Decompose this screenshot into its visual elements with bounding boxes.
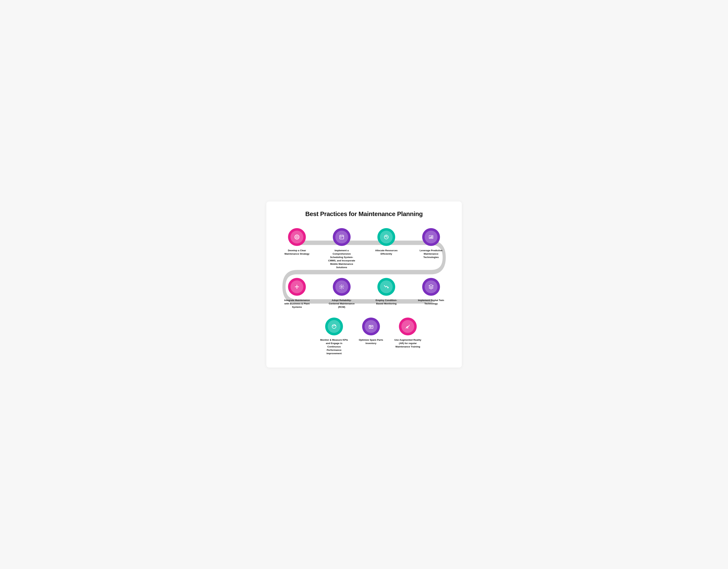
item-item-1: Develop a Clear Maintenance Strategy <box>277 228 317 255</box>
svg-point-1 <box>296 236 298 238</box>
circle-item-1 <box>288 228 306 246</box>
svg-rect-11 <box>431 236 431 238</box>
item-item-3: Allocate Resources Efficiently <box>366 228 406 255</box>
label-item-4: Leverage Predictive Maintenance Technolo… <box>417 249 445 259</box>
svg-point-25 <box>370 326 370 326</box>
circle-inner-item-1 <box>291 230 303 243</box>
svg-point-22 <box>341 286 342 288</box>
label-item-10: Optimize Spare Parts Inventory <box>357 338 385 345</box>
row-2: Integrate Maintenance with Business & Pl… <box>277 278 451 309</box>
circle-item-3 <box>377 228 395 246</box>
circle-inner-item-7 <box>380 280 393 293</box>
label-item-8: Implement Digital Twin Technology <box>417 299 445 305</box>
circle-item-4 <box>422 228 440 246</box>
svg-rect-12 <box>432 236 432 238</box>
label-item-6: Adopt Reliability-Centered Maintenance (… <box>327 299 356 309</box>
circle-item-7 <box>377 278 395 296</box>
item-item-11: Use Augmented Reality (AR) for regular M… <box>391 318 425 348</box>
svg-point-23 <box>332 325 336 329</box>
circle-item-9 <box>325 318 343 335</box>
svg-rect-3 <box>340 235 344 239</box>
svg-point-14 <box>295 286 296 287</box>
svg-rect-7 <box>340 237 341 238</box>
circle-item-8 <box>422 278 440 296</box>
item-item-4: Leverage Predictive Maintenance Technolo… <box>411 228 451 259</box>
item-item-8: Implement Digital Twin Technology <box>411 278 451 305</box>
circle-inner-item-4 <box>425 230 437 243</box>
circle-inner-item-5 <box>291 280 303 293</box>
label-item-5: Integrate Maintenance with Business & Pl… <box>283 299 311 309</box>
circle-item-5 <box>288 278 306 296</box>
svg-point-15 <box>298 286 299 287</box>
circle-inner-item-2 <box>335 230 348 243</box>
label-item-1: Develop a Clear Maintenance Strategy <box>283 249 311 255</box>
circle-item-6 <box>333 278 351 296</box>
circle-inner-item-8 <box>425 280 437 293</box>
svg-point-28 <box>407 328 408 329</box>
svg-point-16 <box>297 285 297 286</box>
label-item-2: Implement a Comprehensive Scheduling Sys… <box>327 249 356 269</box>
label-item-9: Monitor & Measure KPIs and Engage in Con… <box>320 338 348 355</box>
circle-inner-item-6 <box>335 280 348 293</box>
svg-rect-10 <box>430 237 430 238</box>
circle-item-10 <box>362 318 380 335</box>
page-title: Best Practices for Maintenance Planning <box>277 210 451 217</box>
item-item-9: Monitor & Measure KPIs and Engage in Con… <box>317 318 351 355</box>
circle-inner-item-3 <box>380 230 393 243</box>
label-item-11: Use Augmented Reality (AR) for regular M… <box>394 338 422 348</box>
circle-item-2 <box>333 228 351 246</box>
circle-inner-item-9 <box>328 320 340 333</box>
label-item-3: Allocate Resources Efficiently <box>372 249 401 255</box>
item-item-5: Integrate Maintenance with Business & Pl… <box>277 278 317 309</box>
svg-rect-27 <box>370 327 371 328</box>
label-item-7: Employ Condition-Based Monitoring <box>372 299 401 305</box>
svg-point-17 <box>297 288 297 289</box>
item-item-6: Adopt Reliability-Centered Maintenance (… <box>322 278 362 309</box>
circle-item-11 <box>399 318 417 335</box>
row-3: Monitor & Measure KPIs and Engage in Con… <box>277 318 451 355</box>
row-1: Develop a Clear Maintenance StrategyImpl… <box>277 228 451 269</box>
circle-inner-item-11 <box>401 320 414 333</box>
item-item-10: Optimize Spare Parts Inventory <box>354 318 388 345</box>
main-container: Best Practices for Maintenance Planning … <box>266 201 462 368</box>
item-item-2: Implement a Comprehensive Scheduling Sys… <box>322 228 362 269</box>
circle-inner-item-10 <box>365 320 377 333</box>
diagram: Develop a Clear Maintenance StrategyImpl… <box>277 228 451 355</box>
item-item-7: Employ Condition-Based Monitoring <box>366 278 406 305</box>
svg-rect-26 <box>370 327 372 327</box>
